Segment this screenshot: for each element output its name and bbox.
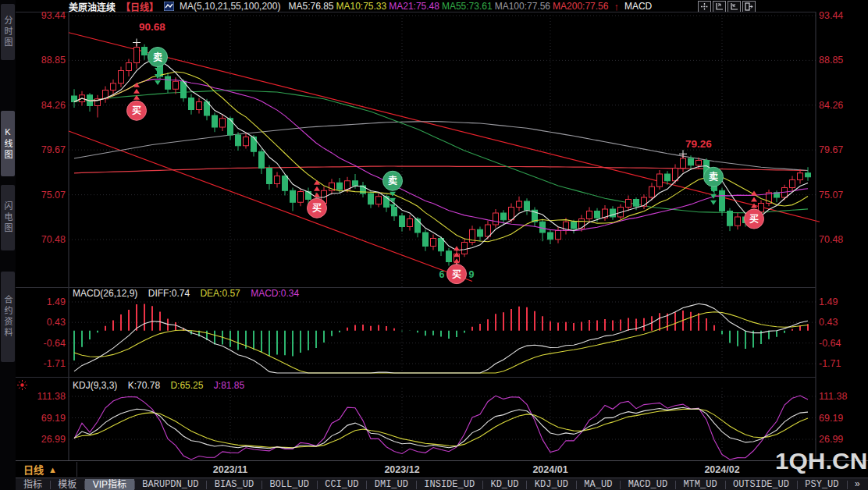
tab-item[interactable]: MTM_UD — [675, 479, 724, 490]
svg-text:93.44: 93.44 — [41, 10, 66, 21]
tab-item[interactable]: 模板 — [50, 479, 84, 490]
kdj-name: KDJ(9,3,3) — [73, 380, 117, 391]
svg-text:-1.71: -1.71 — [819, 358, 841, 369]
svg-text:1.49: 1.49 — [819, 296, 838, 307]
sidebar-item-kline-chart[interactable]: K线图 — [1, 111, 15, 176]
svg-text:26.99: 26.99 — [41, 434, 66, 445]
tabs-overflow-button[interactable]: » — [847, 479, 868, 490]
macd-diff-value: DIFF:0.74 — [148, 288, 190, 299]
svg-text:卖: 卖 — [388, 175, 397, 186]
tab-item[interactable]: CCI_UD — [317, 479, 366, 490]
panel-frame — [16, 12, 816, 460]
kdj-layer — [74, 396, 808, 460]
tab-item[interactable]: KD_UD — [482, 479, 526, 490]
tab-item[interactable]: OUTSIDE_UD — [725, 479, 797, 490]
svg-text:84.26: 84.26 — [41, 100, 66, 111]
macd-header: MACD(26,12,9) DIFF:0.74 DEA:0.57 MACD:0.… — [73, 288, 299, 299]
svg-text:79.67: 79.67 — [819, 144, 843, 155]
sidebar-item-contract-info[interactable]: 合约资料 — [1, 272, 15, 362]
tab-item[interactable]: MACD_UD — [621, 479, 675, 490]
footer-divider — [0, 460, 868, 461]
swing-cross-marks — [133, 39, 687, 271]
svg-text:0.43: 0.43 — [47, 317, 66, 328]
ma-value: MA100:77.56 — [495, 1, 550, 12]
date-label: 2023/12 — [384, 464, 419, 475]
svg-text:卖: 卖 — [709, 171, 718, 183]
kdj-header: KDJ(9,3,3) K:70.78 D:65.25 J:81.85 — [73, 380, 244, 391]
instrument-title: 美原油连续 — [69, 0, 116, 13]
svg-text:69.19: 69.19 — [41, 413, 66, 424]
tab-item[interactable]: PSY_UD — [797, 479, 846, 490]
period-tag: 【日线】 — [121, 0, 158, 13]
svg-text:-0.64: -0.64 — [44, 338, 66, 349]
svg-text:买: 买 — [312, 203, 322, 214]
sidebar-item-flash-chart[interactable]: 闪电图 — [1, 185, 15, 250]
tab-item[interactable]: INSIDE_UD — [416, 479, 482, 490]
ma-value: MA200:77.56 — [553, 1, 608, 12]
macd-layer — [74, 304, 808, 373]
svg-text:111.38: 111.38 — [37, 391, 66, 402]
tab-item[interactable]: KDJ_UD — [527, 479, 576, 490]
period-label: 日线 — [23, 462, 44, 477]
date-label: 2023/11 — [213, 464, 248, 475]
watermark: 1QH.CN — [775, 449, 867, 474]
sidebar-item-time-chart[interactable]: 分时图 — [1, 4, 15, 60]
ma-value: MA55:73.61 — [442, 1, 493, 12]
svg-text:-0.64: -0.64 — [819, 338, 841, 349]
swing-price-label: 90.68 — [139, 21, 165, 33]
app-window: 93.4493.4488.8588.8584.2684.2679.6779.67… — [0, 0, 868, 490]
svg-text:买: 买 — [132, 105, 141, 116]
svg-text:卖: 卖 — [153, 51, 162, 63]
ma-value: MA5:76.85 — [288, 1, 333, 12]
svg-text:-1.71: -1.71 — [44, 358, 66, 369]
svg-text:111.38: 111.38 — [819, 391, 847, 402]
indicator-settings-icon[interactable] — [16, 379, 28, 394]
tab-item[interactable]: MA_UD — [576, 479, 620, 490]
kdj-k-value: K:70.78 — [128, 380, 160, 391]
period-up-arrow-icon: ▲ — [48, 465, 57, 474]
ma-value: MA10:75.33 — [336, 1, 387, 12]
tab-item[interactable]: BOLL_UD — [261, 479, 316, 490]
svg-text:69.19: 69.19 — [819, 413, 843, 424]
svg-text:70.48: 70.48 — [819, 234, 843, 245]
tab-item[interactable]: 指标 — [16, 479, 50, 490]
svg-text:1.49: 1.49 — [47, 296, 66, 307]
svg-text:75.07: 75.07 — [41, 190, 66, 201]
swing-price-label: 79.26 — [685, 138, 712, 150]
svg-text:84.26: 84.26 — [819, 100, 843, 111]
kdj-d-value: D:65.25 — [170, 380, 203, 391]
svg-text:26.99: 26.99 — [819, 434, 843, 445]
trend-up-arrow-icon: ↑ — [614, 1, 619, 12]
svg-text:70.48: 70.48 — [41, 234, 66, 245]
top-bar: 美原油连续 【日线】 MA(5,10,21,55,100,200) MA5:76… — [69, 0, 818, 12]
date-label: 2024/02 — [704, 464, 739, 475]
svg-text:93.44: 93.44 — [819, 10, 843, 21]
tab-item[interactable]: BARUPDN_UD — [134, 479, 206, 490]
tab-item[interactable]: DMI_UD — [367, 479, 416, 490]
svg-text:79.67: 79.67 — [41, 144, 66, 155]
tab-item[interactable]: VIP指标 — [85, 479, 134, 490]
date-label: 2024/01 — [532, 464, 567, 475]
mini-chart-icon — [164, 2, 174, 11]
indicator-tab-bar: 指标模板VIP指标BARUPDN_UDBIAS_UDBOLL_UDCCI_UDD… — [16, 478, 868, 490]
candles-layer — [72, 43, 811, 267]
svg-text:88.85: 88.85 — [819, 55, 843, 66]
svg-text:买: 买 — [452, 269, 461, 280]
tab-item[interactable]: BIAS_UD — [207, 479, 261, 490]
active-indicator-label: MACD — [624, 1, 652, 12]
price-labels: 90.6879.26 — [139, 21, 712, 150]
period-selector[interactable]: 日线 ▲ — [16, 462, 77, 477]
macd-macd-value: MACD:0.34 — [251, 288, 299, 299]
chart-canvas[interactable]: 93.4493.4488.8588.8584.2684.2679.6779.67… — [0, 0, 868, 490]
svg-text:9: 9 — [469, 269, 475, 280]
ma-values: MA5:76.85MA10:75.33MA21:75.48MA55:73.61M… — [286, 1, 608, 12]
left-sidebar: 分时图 K线图 闪电图 合约资料 — [0, 0, 16, 490]
svg-text:买: 买 — [749, 214, 759, 225]
ma-value: MA21:75.48 — [389, 1, 439, 12]
signal-markers[interactable]: 卖买卖买买69卖买 — [127, 48, 764, 284]
svg-text:6: 6 — [439, 269, 445, 280]
svg-text:88.85: 88.85 — [41, 55, 66, 66]
macd-dea-value: DEA:0.57 — [200, 288, 240, 299]
macd-name: MACD(26,12,9) — [73, 288, 137, 299]
kdj-j-value: J:81.85 — [214, 380, 244, 391]
